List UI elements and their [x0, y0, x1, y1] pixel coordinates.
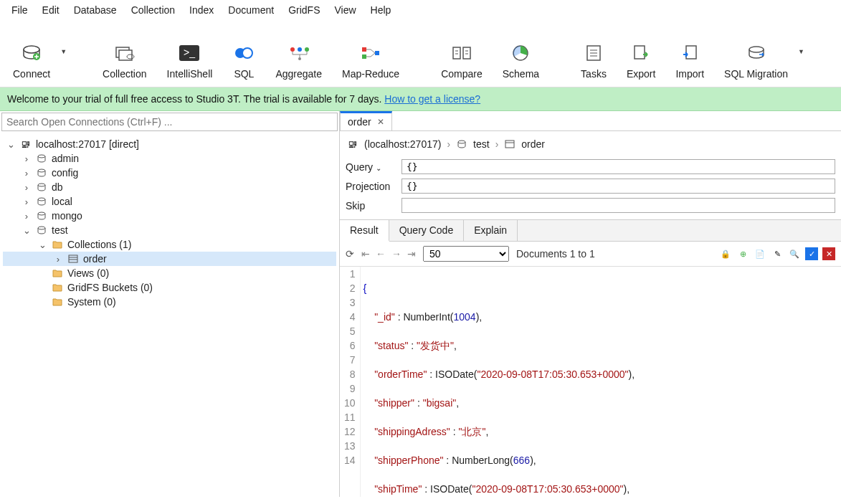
collection-icon: [113, 42, 136, 64]
folder-icon: [52, 296, 63, 308]
svg-rect-16: [453, 47, 460, 59]
menu-database[interactable]: Database: [68, 3, 123, 17]
svg-point-26: [38, 198, 45, 201]
schema-button[interactable]: Schema: [493, 24, 549, 80]
nav-prev-icon[interactable]: ←: [376, 248, 386, 260]
view-doc-icon[interactable]: 📄: [754, 247, 766, 260]
subtab-explain[interactable]: Explain: [464, 220, 518, 241]
tree-system[interactable]: System (0): [3, 295, 336, 309]
compare-button[interactable]: Compare: [431, 24, 493, 80]
database-icon: [456, 138, 467, 150]
import-icon: [678, 42, 701, 64]
svg-rect-15: [375, 51, 379, 55]
connection-tree: ⌄🖳localhost:27017 [direct] ›admin ›confi…: [0, 133, 339, 497]
tree-db-local[interactable]: ›local: [3, 194, 336, 209]
menu-edit[interactable]: Edit: [37, 3, 65, 17]
menu-view[interactable]: View: [329, 3, 362, 17]
projection-input[interactable]: [402, 179, 835, 194]
svg-rect-21: [686, 46, 696, 59]
server-icon: 🖳: [20, 138, 32, 150]
result-toolbar: ⟳ ⇤ ← → ⇥ 50 Documents 1 to 1 🔒 ⊕ 📄 ✎ 🔍 …: [340, 242, 841, 267]
menu-file[interactable]: File: [6, 3, 34, 17]
tree-db-mongo[interactable]: ›mongo: [3, 209, 336, 223]
sql-migration-icon: [745, 42, 768, 64]
skip-input[interactable]: [402, 198, 835, 213]
svg-point-0: [24, 46, 39, 53]
database-icon: [36, 196, 47, 207]
svg-point-12: [298, 57, 301, 60]
menu-document[interactable]: Document: [222, 3, 280, 17]
database-icon: [36, 153, 47, 164]
lock-icon[interactable]: 🔒: [719, 247, 732, 260]
tree-collections[interactable]: ⌄Collections (1): [3, 237, 336, 252]
subtab-result[interactable]: Result: [340, 220, 389, 242]
sql-button[interactable]: SQL: [222, 24, 265, 80]
database-icon: [36, 181, 47, 193]
json-source[interactable]: { "_id" : NumberInt(1004), "status" : "发…: [361, 267, 640, 497]
svg-rect-20: [635, 46, 645, 59]
menu-index[interactable]: Index: [184, 3, 219, 17]
sql-icon: [232, 42, 255, 64]
close-tab-icon[interactable]: ✕: [377, 117, 384, 127]
tree-gridfs[interactable]: GridFS Buckets (0): [3, 280, 336, 295]
svg-rect-14: [362, 54, 366, 59]
tree-views[interactable]: Views (0): [3, 266, 336, 280]
search-connections-input[interactable]: [1, 113, 338, 131]
menu-collection[interactable]: Collection: [125, 3, 181, 17]
tree-connection[interactable]: ⌄🖳localhost:27017 [direct]: [3, 137, 336, 151]
find-doc-icon[interactable]: 🔍: [788, 247, 801, 260]
tree-db-admin[interactable]: ›admin: [3, 151, 336, 166]
map-reduce-icon: [359, 42, 382, 64]
collection-button[interactable]: Collection: [92, 24, 156, 80]
aggregate-button[interactable]: Aggregate: [265, 24, 332, 80]
connect-dropdown-icon[interactable]: ▼: [56, 48, 71, 55]
database-icon: [36, 210, 47, 222]
edit-doc-icon[interactable]: ✎: [771, 247, 784, 260]
license-link[interactable]: How to get a license?: [384, 93, 480, 105]
tree-collection-order[interactable]: ›order: [3, 252, 336, 266]
tab-order[interactable]: order✕: [340, 111, 392, 130]
svg-point-27: [38, 212, 45, 215]
database-icon: [36, 224, 47, 236]
collection-icon: [504, 138, 515, 150]
map-reduce-button[interactable]: Map-Reduce: [332, 24, 409, 80]
add-doc-icon[interactable]: ⊕: [736, 247, 749, 260]
tree-db-db[interactable]: ›db: [3, 180, 336, 194]
refresh-icon[interactable]: ⟳: [346, 248, 354, 260]
tasks-button[interactable]: Tasks: [571, 24, 617, 80]
import-button[interactable]: Import: [665, 24, 714, 80]
database-icon: [36, 167, 47, 179]
skip-label: Skip: [346, 200, 396, 211]
nav-last-icon[interactable]: ⇥: [407, 248, 416, 260]
svg-text:>_: >_: [184, 47, 195, 58]
menu-help[interactable]: Help: [365, 3, 397, 17]
intellishell-icon: >_: [178, 42, 201, 64]
collection-icon: [67, 253, 79, 265]
migration-dropdown-icon[interactable]: ▼: [794, 48, 809, 55]
page-size-select[interactable]: 50: [423, 246, 509, 262]
sql-migration-button[interactable]: SQL Migration: [714, 24, 798, 80]
confirm-icon[interactable]: ✓: [805, 247, 818, 260]
export-button[interactable]: Export: [617, 24, 665, 80]
gutter: 1234567891011121314: [340, 267, 361, 497]
connect-icon: [20, 42, 43, 64]
schema-icon: [509, 42, 532, 64]
aggregate-icon: [288, 42, 310, 64]
svg-point-10: [298, 47, 302, 52]
tasks-icon: [582, 42, 605, 64]
svg-point-23: [38, 155, 45, 158]
folder-icon: [52, 267, 63, 279]
intellishell-button[interactable]: >_ IntelliShell: [157, 24, 223, 80]
editor-tabs: order✕: [340, 111, 841, 131]
nav-next-icon[interactable]: →: [391, 248, 402, 260]
menu-gridfs[interactable]: GridFS: [282, 3, 326, 17]
subtab-query-code[interactable]: Query Code: [389, 220, 464, 241]
tree-db-config[interactable]: ›config: [3, 166, 336, 180]
svg-rect-31: [505, 141, 514, 148]
tree-db-test[interactable]: ⌄test: [3, 223, 336, 237]
nav-first-icon[interactable]: ⇤: [361, 248, 370, 260]
query-input[interactable]: [402, 159, 835, 174]
svg-point-28: [38, 227, 45, 229]
connect-button[interactable]: Connect: [3, 24, 60, 80]
delete-icon[interactable]: ✕: [822, 247, 835, 260]
